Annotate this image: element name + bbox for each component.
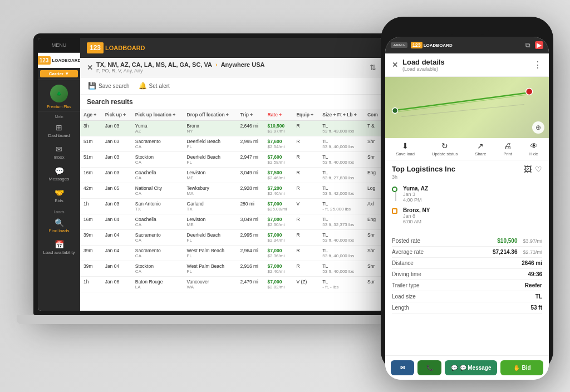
cell-size: TL53 ft, 40,000 lbs — [319, 136, 364, 152]
cell-age: 16m — [80, 168, 102, 183]
col-size[interactable]: Size ÷ Ft ÷ Lb ÷ — [319, 109, 364, 121]
col-pickup-loc[interactable]: Pick up location ÷ — [132, 109, 184, 121]
col-dropoff-loc[interactable]: Drop off location ÷ — [184, 109, 237, 121]
company-name: Top Logistincs Inc — [392, 165, 455, 173]
save-load-button[interactable]: ⬇ Save load — [396, 141, 415, 156]
cell-rate: $7,000$2.34/mi — [264, 230, 293, 246]
more-options-icon[interactable]: ⋮ — [533, 60, 542, 70]
cell-pickup-date: Jan 03 — [102, 199, 132, 214]
print-button[interactable]: 🖨 Print — [503, 141, 512, 156]
set-alert-button[interactable]: 🔔 Set alert — [137, 81, 171, 91]
hide-button[interactable]: 👁 Hide — [529, 141, 538, 156]
company-section: Top Logistincs Inc 3h 🖼 ♡ — [385, 160, 549, 182]
save-search-button[interactable]: 💾 Save search — [87, 81, 131, 91]
cell-com: Shr — [364, 136, 383, 152]
table-row[interactable]: 16m Jan 03 CoachellaCA LewistonME 3,049 … — [80, 168, 383, 183]
table-row[interactable]: 39m Jan 04 StocktonCA West Palm BeachFL … — [80, 261, 383, 277]
cell-rate: $7,000$2.30/mi — [264, 214, 293, 230]
cell-rate: $7,600$2.54/mi — [264, 136, 293, 152]
search-bar: ✕ TX, NM, AZ, CA, LA, MS, AL, GA, SC, VA… — [80, 58, 383, 77]
bid-icon: ✋ — [513, 365, 520, 371]
cell-rate: $7,200$2.46/mi — [264, 183, 293, 199]
sidebar-item-bids[interactable]: 🤝 Bids — [38, 185, 80, 207]
cell-dropoff-loc: VancouverWA — [184, 277, 237, 292]
cell-equip: R — [293, 121, 319, 136]
phone-close-button[interactable]: ✕ — [392, 61, 398, 69]
cell-size: TL53 ft, 43,000 lbs — [319, 121, 364, 136]
message-icon: 💬 — [451, 365, 458, 371]
map-zoom-button[interactable]: ⊕ — [532, 121, 544, 134]
cell-size: TL53 ft, 40,000 lbs — [319, 230, 364, 246]
save-load-icon: ⬇ — [402, 141, 409, 150]
share-button[interactable]: ↗ Share — [475, 141, 486, 156]
bid-button[interactable]: ✋ Bid — [500, 360, 543, 375]
cell-com: Log — [364, 183, 383, 199]
cell-trip: 2,995 mi — [237, 230, 264, 246]
cell-pickup-date: Jan 05 — [102, 183, 132, 199]
sidebar-item-messages[interactable]: 💬 Messages — [38, 163, 80, 185]
table-row[interactable]: 39m Jan 04 SacramentoCA West Palm BeachF… — [80, 246, 383, 261]
find-loads-icon: 🔍 — [53, 218, 65, 227]
cell-trip: 3,049 mi — [237, 168, 264, 183]
col-trip[interactable]: Trip ÷ — [237, 109, 264, 121]
sort-icon[interactable]: ⇅ — [370, 63, 376, 72]
phone-mockup: -MENU- 123 LOADBOARD ⧉ ▶ ✕ Loa — [381, 17, 553, 373]
phone-top-bar: -MENU- 123 LOADBOARD ⧉ ▶ — [385, 37, 549, 53]
map-view: ⊕ — [385, 77, 549, 138]
menu-button[interactable]: MENU — [38, 38, 80, 53]
col-age[interactable]: Age ÷ — [80, 109, 102, 121]
search-route: TX, NM, AZ, CA, LA, MS, AL, GA, SC, VA ›… — [96, 61, 265, 68]
col-com[interactable]: Com — [364, 109, 383, 121]
col-pickup-date[interactable]: Pick up ÷ — [102, 109, 132, 121]
call-button[interactable]: 📞 — [417, 360, 441, 375]
cell-trip: 3,049 mi — [237, 214, 264, 230]
cell-dropoff-loc: LewistonME — [184, 214, 237, 230]
col-rate[interactable]: Rate ÷ — [264, 109, 293, 121]
favorite-icon[interactable]: ♡ — [535, 165, 542, 174]
table-row[interactable]: 1h Jan 06 Baton RougeLA VancouverWA 2,47… — [80, 277, 383, 292]
email-button[interactable]: ✉ — [391, 360, 414, 375]
cell-equip: R — [293, 230, 319, 246]
email-icon: ✉ — [400, 365, 405, 371]
table-row[interactable]: 51m Jan 03 StocktonCA Deerfield BeachFL … — [80, 152, 383, 168]
phone-copy-icon[interactable]: ⧉ — [525, 41, 530, 49]
results-table[interactable]: Age ÷ Pick up ÷ Pick up location ÷ Drop … — [80, 109, 383, 311]
photo-icon[interactable]: 🖼 — [524, 165, 532, 174]
laptop-mockup: MENU 123 LOADBOARD Carrier ▼ 🌲 Premium P… — [33, 33, 390, 356]
table-row[interactable]: 3h Jan 03 YumaAZ BronxNY 2,646 mi $10,50… — [80, 121, 383, 136]
message-button[interactable]: 💬 💬 Message — [445, 360, 497, 375]
svg-line-1 — [394, 94, 533, 112]
table-row[interactable]: 39m Jan 04 SacramentoCA Deerfield BeachF… — [80, 230, 383, 246]
main-content: 123 LOADBOARD ✕ TX, NM, AZ, CA, LA, MS, … — [80, 38, 383, 311]
stat-distance: Distance 2646 mi — [392, 258, 542, 269]
col-equip[interactable]: Equip ÷ — [293, 109, 319, 121]
cell-dropoff-loc: GarlandTX — [184, 199, 237, 214]
stat-posted-rate: Posted rate $10,500 $3.97/mi — [392, 236, 542, 247]
update-status-button[interactable]: ↻ Update status — [432, 141, 458, 156]
sidebar-item-find-loads[interactable]: 🔍 Find loads — [38, 215, 80, 237]
cell-dropoff-loc: Deerfield BeachFL — [184, 136, 237, 152]
phone-play-icon[interactable]: ▶ — [535, 41, 543, 49]
cell-dropoff-loc: LewistonME — [184, 168, 237, 183]
clear-search-button[interactable]: ✕ — [87, 63, 93, 72]
cell-com: Sur — [364, 277, 383, 292]
table-row[interactable]: 1h Jan 03 San AntonioTX GarlandTX 280 mi… — [80, 199, 383, 214]
table-row[interactable]: 42m Jan 05 National CityCA TewksburyMA 2… — [80, 183, 383, 199]
cell-pickup-loc: StocktonCA — [132, 261, 184, 277]
sidebar-item-load-availability[interactable]: 📅 Load availability — [38, 237, 80, 258]
update-status-icon: ↻ — [441, 141, 448, 150]
cell-pickup-date: Jan 04 — [102, 246, 132, 261]
sidebar-item-inbox[interactable]: ✉ Inbox — [38, 141, 80, 163]
dest-city: Bronx, NY — [403, 207, 430, 213]
cell-pickup-loc: National CityCA — [132, 183, 184, 199]
table-row[interactable]: 16m Jan 04 CoachellaCA LewistonME 3,049 … — [80, 214, 383, 230]
phone-notch — [445, 23, 489, 35]
phone-menu-button[interactable]: -MENU- — [391, 42, 407, 48]
table-row[interactable]: 51m Jan 03 SacramentoCA Deerfield BeachF… — [80, 136, 383, 152]
sidebar-item-dashboard[interactable]: ⊞ Dashboard — [38, 120, 80, 141]
cell-trip: 2,916 mi — [237, 261, 264, 277]
top-logo: 123 LOADBOARD — [87, 42, 145, 53]
messages-icon: 💬 — [53, 166, 65, 175]
bids-icon: 🤝 — [53, 188, 65, 197]
cell-rate: $7,500$2.46/mi — [264, 168, 293, 183]
